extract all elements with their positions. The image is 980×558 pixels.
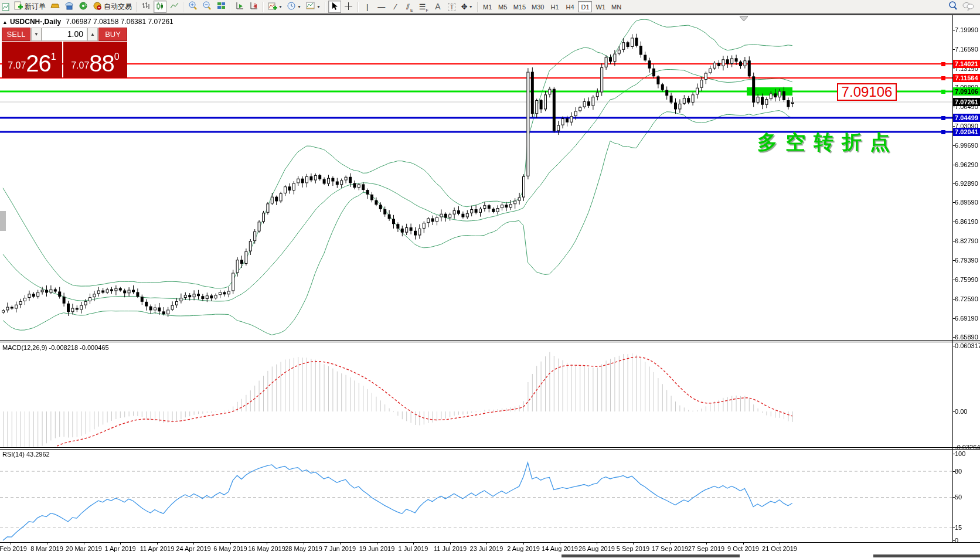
timeframe-button-mn[interactable]: MN [609, 1, 624, 12]
date-axis-label: 11 Apr 2019 [140, 545, 175, 552]
price-axis-tick: 6.99690 [955, 142, 978, 149]
periods-button[interactable]: ▼ [285, 1, 303, 13]
cursor-tool-button[interactable] [328, 1, 341, 13]
date-axis-label: 17 Sep 2019 [652, 545, 688, 552]
zoom-in-icon [188, 1, 198, 12]
trendline-icon: ∕ [395, 3, 396, 11]
price-level-tag: 7.02041 [953, 128, 980, 136]
buy-button[interactable]: BUY [98, 28, 127, 41]
chart-ohlc-values: 7.06987 7.08158 7.06381 7.07261 [66, 18, 173, 26]
new-order-icon [14, 1, 23, 12]
clock-icon [287, 2, 296, 12]
chart-title: ▲USDCNH-,Daily7.06987 7.08158 7.06381 7.… [2, 18, 173, 26]
price-axis-tick: 6.96290 [955, 161, 978, 168]
terminal-button[interactable] [63, 1, 76, 13]
date-axis-label: 20 Mar 2019 [66, 545, 102, 552]
macd-indicator-label: MACD(12,26,9) -0.008218 -0.000465 [2, 344, 109, 351]
search-button[interactable] [947, 1, 959, 13]
cursor-icon [331, 2, 338, 12]
text-tool-icon: A [435, 3, 440, 11]
auto-trading-button[interactable]: 自动交易 [91, 1, 134, 13]
volume-increase-button[interactable]: ▲ [87, 28, 98, 41]
tile-windows-button[interactable] [215, 1, 227, 13]
new-order-button[interactable]: 新订单 [12, 1, 47, 13]
rsi-axis-tick: 0 [955, 537, 958, 544]
bar-chart-button[interactable] [139, 1, 152, 13]
volume-decrease-button[interactable]: ▼ [31, 28, 42, 41]
chart-canvas[interactable] [0, 0, 980, 558]
chart-shift-button[interactable] [247, 1, 260, 13]
timeframe-button-d1[interactable]: D1 [578, 1, 592, 12]
trendline-tool[interactable]: ∕ [389, 1, 402, 13]
equidistant-channel-tool[interactable]: ⫽ E [403, 1, 416, 13]
rsi-axis-tick: 80 [955, 468, 962, 475]
fibonacci-tool[interactable]: ☰ F [417, 1, 430, 13]
date-axis-label: 7 Jun 2019 [324, 545, 356, 552]
indicators-icon [268, 2, 277, 12]
vertical-line-tool[interactable]: | [361, 1, 374, 13]
date-axis-label: 8 Mar 2019 [30, 545, 63, 552]
timeframe-button-m15[interactable]: M15 [511, 1, 528, 12]
toolbar-separator [183, 2, 184, 12]
collapse-arrow-icon[interactable]: ▲ [2, 19, 8, 25]
buy-price-big: 88 [89, 52, 114, 74]
date-axis-label: 19 Jun 2019 [359, 545, 395, 552]
channel-sub-letter: E [410, 8, 413, 12]
sell-price-display[interactable]: 7.07 26 1 [2, 42, 62, 78]
rsi-axis-tick: 15 [955, 524, 962, 531]
crosshair-tool-button[interactable] [342, 1, 355, 13]
zoom-out-icon [202, 1, 212, 12]
one-click-trading-panel: SELL ▼ 1.00 ▲ BUY 7.07 26 1 7.07 88 0 [2, 28, 127, 79]
timeframe-button-h4[interactable]: H4 [563, 1, 577, 12]
date-axis-label: 21 Oct 2019 [762, 545, 797, 552]
auto-scroll-icon [236, 2, 244, 12]
line-chart-button[interactable] [168, 1, 181, 13]
horizontal-line-tool[interactable]: — [375, 1, 388, 13]
indicators-button[interactable]: ▼ [266, 1, 284, 13]
price-text-object[interactable]: 7.09106 [837, 83, 897, 101]
line-chart-icon [170, 2, 179, 12]
price-axis-tick: 7.16590 [955, 46, 978, 53]
dropdown-caret: ▼ [297, 5, 301, 9]
macd-axis-tick: 0.060317 [955, 342, 980, 349]
date-axis-label: 1 Apr 2019 [104, 545, 135, 552]
zoom-out-button[interactable] [200, 1, 213, 13]
price-axis-tick: 7.19990 [955, 26, 978, 33]
text-tool[interactable]: A [431, 1, 444, 13]
timeframe-button-m1[interactable]: M1 [481, 1, 495, 12]
macd-axis-tick: 0.00 [955, 408, 967, 415]
candlestick-chart-icon [156, 2, 164, 12]
timeframe-button-h1[interactable]: H1 [547, 1, 562, 12]
timeframe-button-m5[interactable]: M5 [496, 1, 510, 12]
current-price-tag: 7.07261 [953, 98, 980, 106]
date-axis-label: 5 Sep 2019 [617, 545, 649, 552]
templates-button[interactable]: ▼ [304, 1, 322, 13]
date-axis-label: 14 Aug 2019 [542, 545, 578, 552]
chat-button[interactable] [961, 1, 976, 13]
price-axis-tick: 6.92890 [955, 180, 978, 187]
annotation-text-object[interactable]: 多空转折点 [757, 129, 898, 156]
channel-icon: ⫽ [406, 3, 410, 11]
scrollbar-thumb[interactable] [0, 211, 6, 231]
zoom-in-button[interactable] [186, 1, 199, 13]
crosshair-icon [344, 2, 353, 12]
market-watch-button[interactable] [49, 1, 62, 13]
arrows-tool[interactable]: ✥ ▼ [460, 1, 475, 13]
signals-button[interactable] [77, 1, 90, 13]
price-axis-tick: 6.75990 [955, 276, 978, 283]
date-axis-label: 6 May 2019 [213, 545, 247, 552]
toolbar-right-group [946, 1, 976, 13]
toolbar-separator [230, 2, 231, 12]
volume-input[interactable]: 1.00 [42, 28, 87, 41]
buy-price-display[interactable]: 7.07 88 0 [63, 42, 127, 78]
auto-scroll-button[interactable] [233, 1, 246, 13]
buy-price-small: 7.07 [71, 57, 89, 74]
candle-chart-button[interactable] [154, 1, 166, 13]
sell-button[interactable]: SELL [2, 28, 30, 41]
arrows-icon: ✥ [461, 3, 468, 11]
timeframe-button-w1[interactable]: W1 [593, 1, 608, 12]
timeframe-button-m30[interactable]: M30 [529, 1, 546, 12]
text-label-tool[interactable]: T [445, 1, 458, 13]
price-level-tag: 7.14021 [953, 60, 980, 68]
price-level-tag: 7.09106 [953, 87, 980, 96]
